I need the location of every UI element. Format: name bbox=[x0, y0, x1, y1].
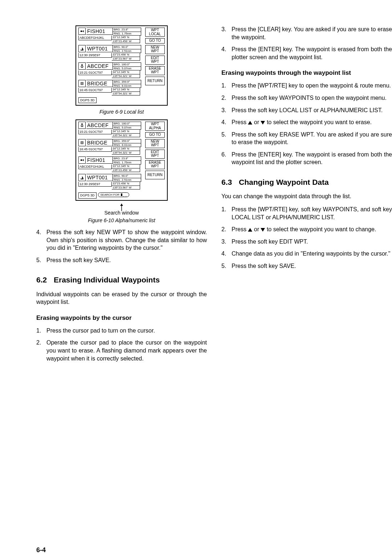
waypoint-entry[interactable]: ABCDEFBRG. 180.0°RNG. 5.07nm15:21 01OCT9… bbox=[78, 62, 143, 78]
step-item: Press the soft key SAVE. bbox=[36, 256, 207, 264]
waypoint-name: WPT001 bbox=[86, 174, 113, 181]
figure-caption: Figure 6-10 Alpha/numeric list bbox=[36, 217, 207, 224]
longitude: 135°54.321' W bbox=[112, 134, 140, 138]
softkey[interactable]: GO TO bbox=[145, 132, 165, 138]
waypoint-entry[interactable]: BRIDGEBRG. 359.9°RNG. 8.01nm16:45 01OCT9… bbox=[78, 80, 143, 95]
step-item: Press the soft key ERASE WPT. You are as… bbox=[221, 131, 392, 146]
range: RNG. 2.51nm bbox=[113, 49, 141, 53]
step-item: Press or to select the waypoint you want… bbox=[221, 225, 392, 233]
waypoint-sub: 16:45 01OCT97 bbox=[78, 147, 112, 152]
step-item: Press the [ENTER] key. The waypoint is e… bbox=[221, 45, 392, 61]
square-icon bbox=[78, 139, 86, 146]
search-window-callout: Search window bbox=[36, 204, 207, 216]
latitude: 34°12.345' N bbox=[112, 88, 140, 92]
down-arrow-icon bbox=[261, 228, 265, 232]
waypoint-entry[interactable]: FISH01BRG. 23.8°RNG. 1.75nmABCDEFGHIJKL3… bbox=[78, 28, 143, 43]
waypoint-name: BRIDGE bbox=[86, 139, 113, 146]
longitude: 135°54.321' W bbox=[112, 92, 140, 96]
fish-icon bbox=[78, 156, 86, 164]
section-6-3-intro: You can change the waypoint data through… bbox=[221, 192, 392, 200]
step-item: Press the soft key NEW WPT to show the w… bbox=[36, 228, 207, 252]
step-item: Press the soft key WAYPOINTS to open the… bbox=[221, 94, 392, 102]
range: RNG. 5.07nm bbox=[113, 67, 141, 71]
longitude: 135°54.321' W bbox=[112, 151, 140, 155]
status-indicator: DGPS 3D bbox=[78, 192, 97, 198]
latitude: 33°12.345' N bbox=[112, 164, 140, 168]
waypoint-entry[interactable]: WPT001BRG. 90.0°RNG. 2.51nm12:30 29SE973… bbox=[78, 45, 143, 61]
step-item: Press the [ENTER] key. The waypoint is e… bbox=[221, 151, 392, 166]
waypoint-name: WPT001 bbox=[86, 45, 113, 52]
search-window[interactable]: SEARCH FOR _ _ bbox=[98, 192, 130, 197]
waypoint-entry[interactable]: BRIDGEBRG. 359.9°RNG. 8.01nm16:45 01OCT9… bbox=[78, 139, 143, 155]
status-indicator: DGPS 3D bbox=[78, 97, 97, 103]
step-item: Press the soft key LOCAL LIST or ALPHA/N… bbox=[221, 106, 392, 114]
bearing: BRG. 180.0° bbox=[113, 62, 141, 67]
down-arrow-icon bbox=[261, 121, 265, 125]
step-item: Press the [WPT/RTE] key to open the wayp… bbox=[221, 82, 392, 90]
svg-marker-3 bbox=[120, 204, 123, 206]
range: RNG. 1.75nm bbox=[113, 32, 141, 36]
anchor-icon bbox=[78, 122, 86, 129]
range: RNG. 8.01nm bbox=[113, 84, 141, 88]
waypoint-name: BRIDGE bbox=[86, 80, 113, 87]
section-6-2-intro: Individual waypoints can be erased by th… bbox=[36, 290, 207, 306]
softkey[interactable]: RETURN bbox=[145, 77, 165, 86]
step-item: Press the soft key EDIT WPT. bbox=[221, 238, 392, 246]
boat-icon bbox=[78, 45, 86, 52]
step-item: Press or to select the waypoint you want… bbox=[221, 118, 392, 126]
alpha-list-figure: ABCDEFBRG. 180.0°RNG. 5.07nm15:21 01OCT9… bbox=[75, 119, 168, 200]
softkey[interactable]: EDITWPT bbox=[145, 56, 165, 65]
waypoint-sub: 12:30 29SE97 bbox=[78, 182, 112, 187]
longitude: 135°23.456' W bbox=[112, 168, 140, 172]
bearing: BRG. 23.8° bbox=[113, 156, 141, 161]
waypoint-name: ABCDEF bbox=[86, 122, 113, 129]
waypoint-entry[interactable]: ABCDEFBRG. 180.0°RNG. 5.07nm15:21 01OCT9… bbox=[78, 122, 143, 137]
waypoint-entry[interactable]: WPT001BRG. 90.0°RNG. 2.51nm12:30 29SE973… bbox=[78, 174, 143, 190]
bearing: BRG. 90.0° bbox=[113, 45, 141, 49]
waypoint-sub: 12:30 29SE97 bbox=[78, 53, 112, 58]
softkey[interactable]: RETURN bbox=[145, 171, 165, 180]
figure-caption: Figure 6-9 Local list bbox=[36, 109, 207, 115]
softkey[interactable]: WPTALPHA bbox=[145, 122, 165, 131]
softkey[interactable]: EDITWPT bbox=[145, 150, 165, 159]
range: RNG. 5.07nm bbox=[113, 126, 141, 130]
longitude: 135°23.567' W bbox=[112, 57, 140, 61]
softkey[interactable]: WPTLOCAL bbox=[145, 28, 165, 37]
up-arrow-icon bbox=[248, 228, 252, 232]
step-item: Press the soft key SAVE. bbox=[221, 262, 392, 270]
waypoint-name: FISH01 bbox=[86, 156, 113, 164]
longitude: 135°54.321' W bbox=[112, 74, 140, 78]
subheading-erase-list: Erasing waypoints through the waypoint l… bbox=[221, 69, 392, 77]
softkey[interactable]: GO TO bbox=[145, 38, 165, 44]
subheading-erase-cursor: Erasing waypoints by the cursor bbox=[36, 314, 207, 322]
range: RNG. 1.75nm bbox=[113, 161, 141, 165]
waypoint-sub: ABCDEFGHIJKL bbox=[78, 164, 112, 169]
longitude: 135°23.456' W bbox=[112, 40, 140, 44]
boat-icon bbox=[78, 174, 86, 181]
latitude: 33°23.456' N bbox=[112, 53, 140, 57]
softkey[interactable]: NEWWPT bbox=[145, 45, 165, 54]
longitude: 135°23.567' W bbox=[112, 186, 140, 190]
softkey[interactable]: ERASEWPT bbox=[145, 66, 165, 75]
latitude: 34°12.345' N bbox=[112, 70, 140, 74]
step-item: Press the cursor pad to turn on the curs… bbox=[36, 327, 207, 335]
section-6-3-heading: 6.3Changing Waypoint Data bbox=[221, 177, 392, 187]
fish-icon bbox=[78, 28, 86, 35]
range: RNG. 8.01nm bbox=[113, 143, 141, 147]
bearing: BRG. 359.9° bbox=[113, 80, 141, 84]
softkey[interactable]: ERASEWPT bbox=[145, 160, 165, 169]
waypoint-name: FISH01 bbox=[86, 28, 113, 35]
up-arrow-icon bbox=[248, 121, 252, 125]
square-icon bbox=[78, 80, 86, 87]
section-6-2-heading: 6.2Erasing Individual Waypoints bbox=[36, 275, 207, 285]
step-item: Operate the cursor pad to place the curs… bbox=[36, 339, 207, 362]
waypoint-name: ABCDEF bbox=[86, 62, 113, 70]
bearing: BRG. 23.8° bbox=[113, 28, 141, 32]
waypoint-entry[interactable]: FISH01BRG. 23.8°RNG. 1.75nmABCDEFGHIJKL3… bbox=[78, 156, 143, 172]
latitude: 33°12.345' N bbox=[112, 36, 140, 40]
waypoint-sub: 16:45 01OCT97 bbox=[78, 88, 112, 93]
latitude: 34°12.345' N bbox=[112, 130, 140, 134]
softkey[interactable]: NEWWPT bbox=[145, 139, 165, 148]
latitude: 33°23.456' N bbox=[112, 182, 140, 186]
local-list-figure: FISH01BRG. 23.8°RNG. 1.75nmABCDEFGHIJKL3… bbox=[75, 25, 168, 106]
